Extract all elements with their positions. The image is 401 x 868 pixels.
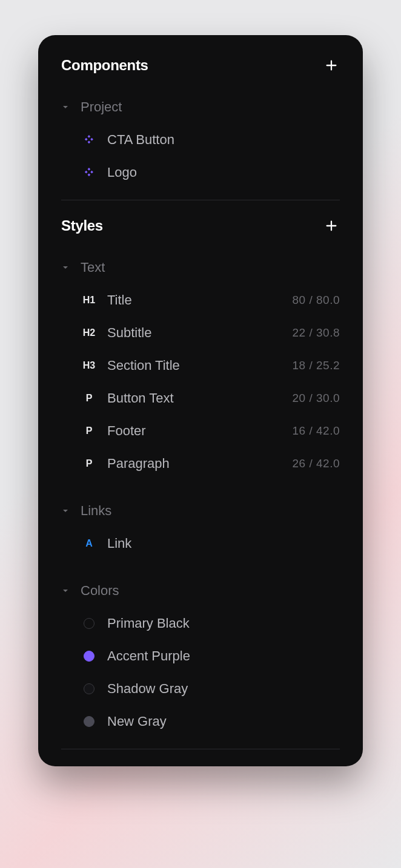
style-label: Subtitle xyxy=(107,325,282,341)
color-style-new-gray[interactable]: New Gray xyxy=(38,705,363,738)
component-icon xyxy=(82,165,96,180)
component-icon xyxy=(82,133,96,147)
style-metrics: 18 / 25.2 xyxy=(293,359,340,372)
link-style-link[interactable]: A Link xyxy=(38,527,363,560)
text-style-button-text[interactable]: P Button Text 20 / 30.0 xyxy=(38,382,363,415)
text-style-footer[interactable]: P Footer 16 / 42.0 xyxy=(38,415,363,447)
chevron-down-icon xyxy=(61,263,70,272)
paragraph-tag: P xyxy=(82,393,96,404)
chevron-down-icon xyxy=(61,103,70,111)
style-label: Button Text xyxy=(107,390,282,406)
paragraph-tag: P xyxy=(82,458,96,469)
plus-icon xyxy=(325,59,338,72)
section-divider xyxy=(61,200,340,200)
style-label: Accent Purple xyxy=(107,648,340,664)
design-panel: Components Project CTA Button Logo Style… xyxy=(38,35,363,766)
heading-tag: H3 xyxy=(82,360,96,371)
chevron-down-icon xyxy=(61,507,70,515)
styles-title: Styles xyxy=(61,217,103,234)
add-style-button[interactable] xyxy=(323,217,340,234)
component-group-project[interactable]: Project xyxy=(38,91,363,123)
section-divider xyxy=(61,749,340,749)
component-item-logo[interactable]: Logo xyxy=(38,156,363,189)
style-label: Title xyxy=(107,292,282,308)
component-item-label: Logo xyxy=(107,165,340,180)
text-style-section-title[interactable]: H3 Section Title 18 / 25.2 xyxy=(38,349,363,382)
styles-header: Styles xyxy=(38,217,363,234)
style-group-text[interactable]: Text xyxy=(38,251,363,284)
style-label: Link xyxy=(107,536,340,551)
style-metrics: 22 / 30.8 xyxy=(293,326,340,340)
chevron-down-icon xyxy=(61,587,70,595)
link-tag: A xyxy=(82,538,96,549)
text-style-paragraph[interactable]: P Paragraph 26 / 42.0 xyxy=(38,447,363,480)
color-style-shadow-gray[interactable]: Shadow Gray xyxy=(38,672,363,705)
color-swatch xyxy=(84,716,94,727)
color-swatch xyxy=(84,651,94,662)
heading-tag: H1 xyxy=(82,295,96,306)
group-label: Colors xyxy=(81,583,119,599)
style-metrics: 26 / 42.0 xyxy=(293,457,340,470)
group-label: Text xyxy=(81,260,105,275)
paragraph-tag: P xyxy=(82,426,96,436)
component-item-label: CTA Button xyxy=(107,132,340,148)
style-label: Shadow Gray xyxy=(107,681,340,697)
style-metrics: 20 / 30.0 xyxy=(293,392,340,405)
text-style-subtitle[interactable]: H2 Subtitle 22 / 30.8 xyxy=(38,317,363,349)
component-item-cta-button[interactable]: CTA Button xyxy=(38,123,363,156)
text-style-title[interactable]: H1 Title 80 / 80.0 xyxy=(38,284,363,317)
style-label: Footer xyxy=(107,423,282,439)
color-swatch xyxy=(84,618,94,629)
color-swatch xyxy=(84,683,94,694)
color-style-accent-purple[interactable]: Accent Purple xyxy=(38,640,363,672)
style-metrics: 80 / 80.0 xyxy=(293,294,340,307)
components-title: Components xyxy=(61,57,148,74)
add-component-button[interactable] xyxy=(323,57,340,74)
style-label: Primary Black xyxy=(107,616,340,631)
style-label: New Gray xyxy=(107,714,340,729)
components-header: Components xyxy=(38,57,363,74)
style-label: Section Title xyxy=(107,358,282,373)
group-label: Links xyxy=(81,503,111,519)
style-group-colors[interactable]: Colors xyxy=(38,574,363,607)
style-metrics: 16 / 42.0 xyxy=(293,424,340,438)
color-style-primary-black[interactable]: Primary Black xyxy=(38,607,363,640)
style-label: Paragraph xyxy=(107,456,282,472)
heading-tag: H2 xyxy=(82,327,96,338)
plus-icon xyxy=(325,219,338,232)
style-group-links[interactable]: Links xyxy=(38,495,363,527)
group-label: Project xyxy=(81,99,122,115)
